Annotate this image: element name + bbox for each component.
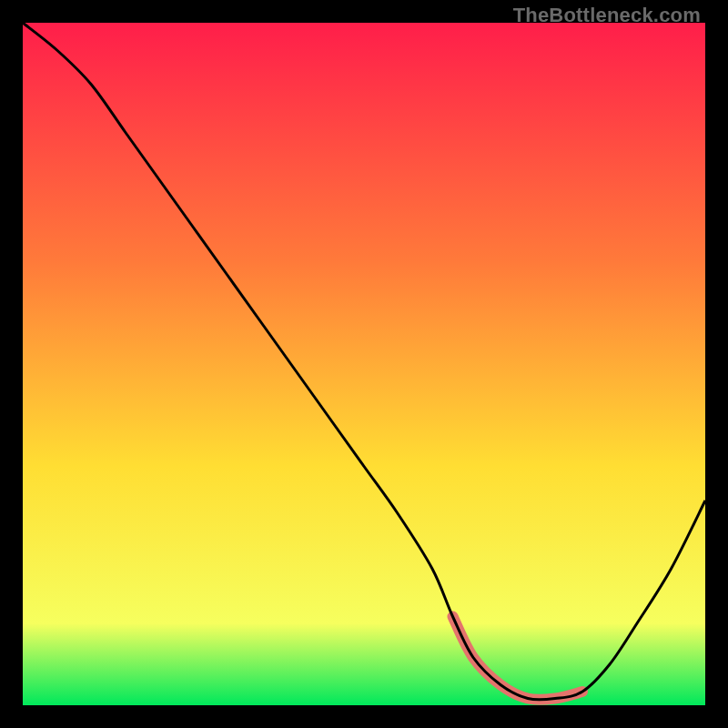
bottleneck-chart	[23, 23, 705, 705]
chart-frame	[23, 23, 705, 705]
gradient-background	[23, 23, 705, 705]
